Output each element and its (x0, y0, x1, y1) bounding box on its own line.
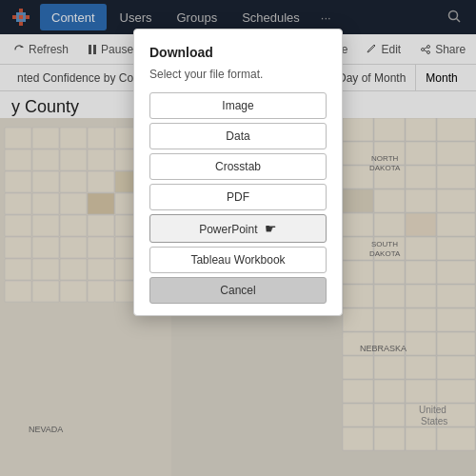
format-image-button[interactable]: Image (149, 92, 327, 119)
cancel-button[interactable]: Cancel (149, 277, 327, 304)
format-powerpoint-button[interactable]: PowerPoint ☛ (149, 214, 327, 243)
modal-overlay: Download Select your file format. Image … (0, 0, 476, 476)
format-data-button[interactable]: Data (149, 123, 327, 149)
format-crosstab-button[interactable]: Crosstab (149, 153, 327, 180)
format-pdf-button[interactable]: PDF (149, 184, 327, 210)
dialog-title: Download (149, 45, 327, 60)
cursor-pointer: ☛ (265, 221, 277, 236)
format-tableau-workbook-button[interactable]: Tableau Workbook (149, 247, 327, 273)
dialog-subtitle: Select your file format. (149, 68, 327, 81)
download-dialog: Download Select your file format. Image … (133, 29, 343, 316)
